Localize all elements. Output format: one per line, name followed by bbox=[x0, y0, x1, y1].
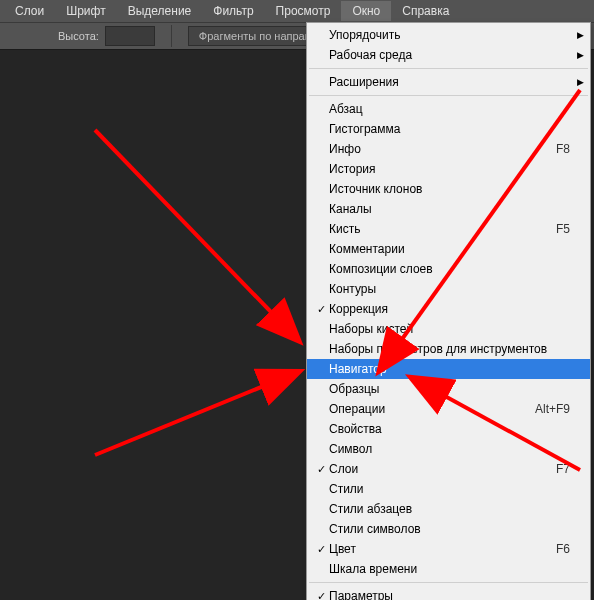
menu-help[interactable]: Справка bbox=[391, 1, 460, 21]
chevron-right-icon: ▶ bbox=[577, 77, 584, 87]
menu-shortcut: F5 bbox=[556, 222, 570, 236]
check-icon: ✓ bbox=[313, 543, 329, 556]
menu-option-label: Расширения bbox=[329, 75, 570, 89]
menu-option[interactable]: Источник клонов bbox=[307, 179, 590, 199]
menu-shortcut: F6 bbox=[556, 542, 570, 556]
menu-option[interactable]: Каналы bbox=[307, 199, 590, 219]
menu-option[interactable]: История bbox=[307, 159, 590, 179]
menu-option[interactable]: Символ bbox=[307, 439, 590, 459]
menu-separator bbox=[309, 68, 588, 69]
menu-option[interactable]: Рабочая среда▶ bbox=[307, 45, 590, 65]
menu-option-label: Композиции слоев bbox=[329, 262, 570, 276]
menu-option-label: Рабочая среда bbox=[329, 48, 570, 62]
chevron-right-icon: ▶ bbox=[577, 50, 584, 60]
menu-option-label: История bbox=[329, 162, 570, 176]
menu-option-label: Цвет bbox=[329, 542, 536, 556]
check-icon: ✓ bbox=[313, 463, 329, 476]
menu-option[interactable]: Образцы bbox=[307, 379, 590, 399]
menu-option[interactable]: КистьF5 bbox=[307, 219, 590, 239]
menu-option[interactable]: Упорядочить▶ bbox=[307, 25, 590, 45]
menu-option[interactable]: Наборы параметров для инструментов bbox=[307, 339, 590, 359]
menu-select[interactable]: Выделение bbox=[117, 1, 203, 21]
menu-option-label: Источник клонов bbox=[329, 182, 570, 196]
menu-type[interactable]: Шрифт bbox=[55, 1, 116, 21]
menu-option[interactable]: ИнфоF8 bbox=[307, 139, 590, 159]
menu-separator bbox=[309, 582, 588, 583]
menu-shortcut: Alt+F9 bbox=[535, 402, 570, 416]
menu-option-label: Слои bbox=[329, 462, 536, 476]
menu-option[interactable]: Навигатор bbox=[307, 359, 590, 379]
menu-option[interactable]: Свойства bbox=[307, 419, 590, 439]
menu-option-label: Наборы параметров для инструментов bbox=[329, 342, 570, 356]
menu-shortcut: F7 bbox=[556, 462, 570, 476]
height-label: Высота: bbox=[58, 30, 99, 42]
chevron-right-icon: ▶ bbox=[577, 30, 584, 40]
menu-option[interactable]: Контуры bbox=[307, 279, 590, 299]
menu-window[interactable]: Окно bbox=[341, 1, 391, 21]
menu-option[interactable]: ✓ЦветF6 bbox=[307, 539, 590, 559]
menu-option-label: Комментарии bbox=[329, 242, 570, 256]
menu-option-label: Наборы кистей bbox=[329, 322, 570, 336]
menu-option[interactable]: Гистограмма bbox=[307, 119, 590, 139]
menu-option-label: Каналы bbox=[329, 202, 570, 216]
menu-layers[interactable]: Слои bbox=[4, 1, 55, 21]
menu-option[interactable]: Расширения▶ bbox=[307, 72, 590, 92]
menu-option-label: Контуры bbox=[329, 282, 570, 296]
menu-option-label: Стили абзацев bbox=[329, 502, 570, 516]
menu-option-label: Стили символов bbox=[329, 522, 570, 536]
menu-option[interactable]: Композиции слоев bbox=[307, 259, 590, 279]
menu-separator bbox=[309, 95, 588, 96]
menu-option-label: Образцы bbox=[329, 382, 570, 396]
menu-option[interactable]: Комментарии bbox=[307, 239, 590, 259]
menu-option[interactable]: Стили символов bbox=[307, 519, 590, 539]
menu-option-label: Инфо bbox=[329, 142, 536, 156]
menu-option[interactable]: Абзац bbox=[307, 99, 590, 119]
menu-view[interactable]: Просмотр bbox=[265, 1, 342, 21]
menu-option-label: Стили bbox=[329, 482, 570, 496]
divider bbox=[171, 25, 172, 47]
menu-filter[interactable]: Фильтр bbox=[202, 1, 264, 21]
menubar: Слои Шрифт Выделение Фильтр Просмотр Окн… bbox=[0, 0, 594, 22]
menu-option-label: Навигатор bbox=[329, 362, 570, 376]
menu-option-label: Свойства bbox=[329, 422, 570, 436]
menu-option[interactable]: ✓Параметры bbox=[307, 586, 590, 600]
menu-option[interactable]: ✓Коррекция bbox=[307, 299, 590, 319]
menu-option[interactable]: Стили абзацев bbox=[307, 499, 590, 519]
height-input[interactable] bbox=[105, 26, 155, 46]
menu-option-label: Параметры bbox=[329, 589, 570, 600]
menu-option[interactable]: ОперацииAlt+F9 bbox=[307, 399, 590, 419]
check-icon: ✓ bbox=[313, 590, 329, 601]
menu-option-label: Упорядочить bbox=[329, 28, 570, 42]
menu-option-label: Шкала времени bbox=[329, 562, 570, 576]
menu-option-label: Абзац bbox=[329, 102, 570, 116]
menu-option[interactable]: Шкала времени bbox=[307, 559, 590, 579]
check-icon: ✓ bbox=[313, 303, 329, 316]
menu-shortcut: F8 bbox=[556, 142, 570, 156]
menu-option[interactable]: Стили bbox=[307, 479, 590, 499]
menu-option-label: Гистограмма bbox=[329, 122, 570, 136]
menu-option[interactable]: ✓СлоиF7 bbox=[307, 459, 590, 479]
menu-option-label: Символ bbox=[329, 442, 570, 456]
menu-option-label: Кисть bbox=[329, 222, 536, 236]
menu-option-label: Коррекция bbox=[329, 302, 570, 316]
menu-option[interactable]: Наборы кистей bbox=[307, 319, 590, 339]
window-menu-dropdown: Упорядочить▶Рабочая среда▶Расширения▶Абз… bbox=[306, 22, 591, 600]
menu-option-label: Операции bbox=[329, 402, 515, 416]
